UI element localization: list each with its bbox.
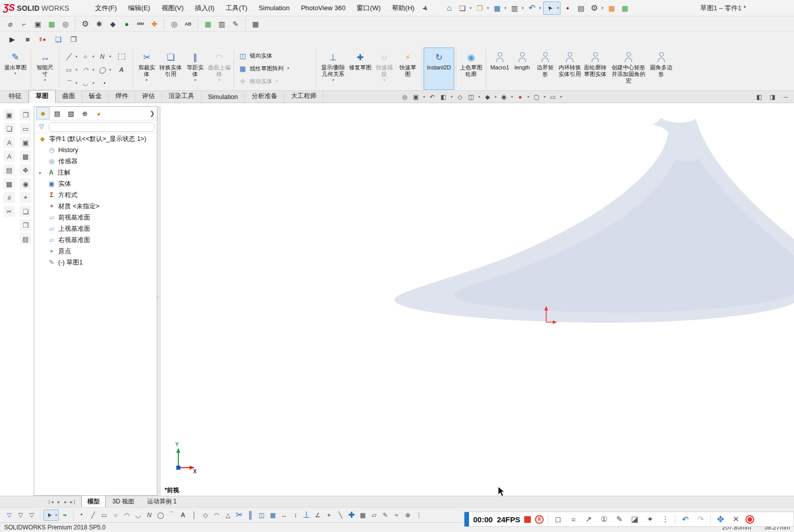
solidworks-add-ins-button[interactable]: [619, 2, 631, 14]
collapse-left-pane-icon[interactable]: [754, 92, 764, 102]
collapse-right-pane-icon[interactable]: [767, 92, 778, 102]
options-button[interactable]: [588, 2, 604, 14]
last-tab-icon[interactable]: [70, 499, 77, 504]
spline-tool-icon[interactable]: [144, 510, 154, 520]
menu-photoview[interactable]: PhotoView 360: [296, 2, 351, 14]
tab-analysis-prep[interactable]: 分析准备: [245, 90, 284, 103]
shaded-select-icon[interactable]: ▩: [20, 151, 31, 162]
layers-icon[interactable]: ▤: [20, 233, 31, 245]
capture-icon[interactable]: [45, 18, 58, 30]
arc-tool-icon[interactable]: [122, 510, 132, 520]
pause-record-icon[interactable]: [37, 33, 49, 45]
tree-item-front-plane[interactable]: 前视基准面: [34, 212, 157, 223]
snap-grid-icon[interactable]: ▦: [358, 510, 368, 520]
pen-tool-icon[interactable]: [614, 514, 625, 525]
numbered-stamp-icon[interactable]: [598, 514, 610, 525]
magnifier-icon[interactable]: ◉: [20, 178, 31, 189]
ellipse-tool-icon[interactable]: [155, 510, 166, 520]
pause-recording-button[interactable]: [535, 515, 544, 524]
image-icon[interactable]: [202, 18, 214, 30]
tab-render-tools[interactable]: 渲染工具: [162, 90, 201, 103]
trim-tool-icon[interactable]: [234, 510, 244, 520]
measure-icon[interactable]: [4, 18, 16, 30]
menu-help[interactable]: 帮助(H): [387, 2, 419, 15]
menu-insert[interactable]: 插入(I): [190, 2, 219, 15]
add-grid-icon[interactable]: [148, 18, 160, 30]
preview-icon[interactable]: [59, 18, 72, 30]
featuremanager-tab[interactable]: [36, 107, 50, 119]
tree-item-part-root[interactable]: 零件1 (默认<<默认>_显示状态 1>): [34, 133, 157, 144]
tab-sketch[interactable]: 草图: [29, 90, 56, 103]
collapse-ribbon-icon[interactable]: [781, 92, 791, 102]
move-view-icon[interactable]: ✥: [20, 164, 31, 176]
select-tool-button[interactable]: [543, 2, 561, 15]
scissors-icon[interactable]: ✂: [4, 206, 15, 217]
tree-item-sketch1[interactable]: (-) 草图1: [34, 257, 157, 268]
dimxpert-tab[interactable]: ⊕: [79, 108, 91, 119]
section-view-icon[interactable]: [438, 92, 449, 102]
close-recorder-icon[interactable]: [730, 514, 741, 525]
find-text-icon[interactable]: [182, 18, 194, 30]
pattern-tool-icon[interactable]: [268, 510, 278, 520]
filter-clear-icon[interactable]: [27, 510, 37, 520]
inner-loop-convert-macro-button[interactable]: 内环转换实体引用: [557, 48, 582, 89]
tree-filter-input[interactable]: [49, 122, 155, 132]
bounding-rectangle-macro-button[interactable]: 边界矩形: [533, 48, 557, 89]
more-annotation-tools-icon[interactable]: [660, 514, 671, 525]
undo-button[interactable]: [526, 2, 542, 14]
eraser-tool-icon[interactable]: [629, 514, 640, 525]
pattern-tool-icon[interactable]: #: [4, 192, 15, 203]
propertymanager-tab[interactable]: ▤: [51, 108, 63, 119]
sketch-point-tool[interactable]: [96, 77, 113, 90]
table-icon[interactable]: [249, 18, 262, 30]
balloon-text-icon[interactable]: A: [4, 151, 15, 162]
shield-icon[interactable]: [107, 18, 119, 30]
zoom-to-fit-icon[interactable]: [400, 92, 410, 102]
doc-state-icon[interactable]: [52, 33, 64, 45]
face-contour-to-sketch-macro-button[interactable]: 面轮廓转草图实体: [582, 48, 608, 89]
annotation-icon[interactable]: [229, 18, 242, 30]
circle-tool-icon[interactable]: [110, 510, 121, 520]
tab-3d-views[interactable]: 3D 视图: [106, 496, 141, 507]
new-document-button[interactable]: [456, 2, 473, 14]
filter-edit-icon[interactable]: [4, 510, 14, 520]
displaymanager-tab[interactable]: ◕: [92, 108, 105, 119]
sketch-arc3-tool[interactable]: [79, 77, 96, 90]
menu-simulation[interactable]: Simulation: [253, 2, 295, 14]
prev-tab-icon[interactable]: [55, 499, 61, 504]
units-icon[interactable]: [134, 18, 147, 30]
more-tools-icon[interactable]: [414, 510, 424, 520]
move-toolbar-icon[interactable]: [715, 514, 726, 525]
sketch-ink-icon[interactable]: [60, 510, 70, 520]
view-settings-icon[interactable]: [548, 92, 558, 102]
lasso-select-icon[interactable]: ▣: [20, 137, 31, 148]
construction-geometry-icon[interactable]: ╲: [335, 510, 345, 520]
tab-evaluate[interactable]: 评估: [135, 90, 162, 103]
tab-motion-study[interactable]: 运动算例 1: [141, 496, 183, 507]
linear-sketch-pattern-button[interactable]: 线性草图阵列: [236, 64, 314, 73]
annotation-redo-icon[interactable]: [695, 514, 706, 525]
note-text-icon[interactable]: A: [4, 137, 15, 148]
tree-item-history[interactable]: History: [34, 144, 157, 156]
repair-sketch-button[interactable]: 修复草图: [348, 48, 372, 89]
rectangle-tool-icon[interactable]: [99, 510, 109, 520]
fillet-polygon-macro-button[interactable]: 圆角多边形: [649, 48, 673, 89]
offset-entities-button[interactable]: 等距实体: [183, 48, 207, 89]
filter-icon[interactable]: [15, 510, 26, 520]
shaded-sketch-contours-button[interactable]: 上色草图轮廓: [458, 48, 484, 89]
display-style-icon[interactable]: [482, 92, 493, 102]
status-indicator[interactable]: [562, 2, 574, 14]
sketch-line-tool[interactable]: [62, 50, 79, 63]
tree-item-sensors[interactable]: 传感器: [34, 156, 157, 167]
pin-menu-icon[interactable]: [419, 2, 432, 14]
vertical-dim-tool-icon[interactable]: ↕: [290, 510, 300, 520]
tangent-arc-tool-icon[interactable]: [133, 510, 143, 520]
display-delete-relations-button[interactable]: 显示/删除几何关系: [318, 48, 348, 89]
expand-arrow-icon[interactable]: ▸: [39, 171, 44, 175]
tab-model[interactable]: 模型: [81, 496, 106, 507]
stop-icon[interactable]: [21, 33, 34, 45]
duplicate-icon[interactable]: ❐: [20, 220, 31, 231]
previous-view-icon[interactable]: [427, 92, 437, 102]
print-button[interactable]: [508, 2, 525, 14]
trim-entities-button[interactable]: 剪裁实体: [135, 48, 158, 89]
